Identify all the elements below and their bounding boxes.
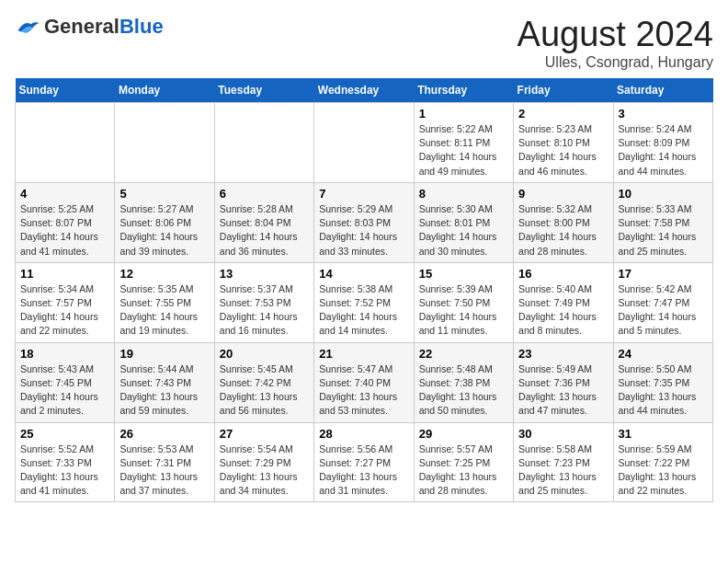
page-subtitle: Ulles, Csongrad, Hungary (518, 54, 713, 71)
day-info: Sunrise: 5:50 AM Sunset: 7:35 PM Dayligh… (619, 362, 708, 419)
day-number: 24 (619, 347, 708, 361)
day-info: Sunrise: 5:37 AM Sunset: 7:53 PM Dayligh… (220, 282, 309, 339)
day-info: Sunrise: 5:34 AM Sunset: 7:57 PM Dayligh… (20, 282, 109, 339)
day-number: 2 (518, 107, 608, 121)
day-info: Sunrise: 5:28 AM Sunset: 8:04 PM Dayligh… (220, 202, 309, 259)
day-number: 7 (319, 187, 408, 201)
table-row: 24Sunrise: 5:50 AM Sunset: 7:35 PM Dayli… (613, 342, 712, 422)
table-row: 15Sunrise: 5:39 AM Sunset: 7:50 PM Dayli… (414, 262, 513, 342)
day-info: Sunrise: 5:48 AM Sunset: 7:38 PM Dayligh… (419, 362, 508, 419)
day-info: Sunrise: 5:44 AM Sunset: 7:43 PM Dayligh… (119, 362, 209, 419)
day-number: 12 (119, 267, 209, 281)
logo: GeneralBlue (15, 15, 164, 39)
day-info: Sunrise: 5:32 AM Sunset: 8:00 PM Dayligh… (518, 202, 608, 259)
calendar-table: Sunday Monday Tuesday Wednesday Thursday… (15, 78, 713, 502)
day-number: 15 (419, 267, 508, 281)
table-row: 10Sunrise: 5:33 AM Sunset: 7:58 PM Dayli… (613, 182, 712, 262)
table-row: 27Sunrise: 5:54 AM Sunset: 7:29 PM Dayli… (214, 422, 313, 502)
day-info: Sunrise: 5:52 AM Sunset: 7:33 PM Dayligh… (20, 442, 109, 499)
table-row: 19Sunrise: 5:44 AM Sunset: 7:43 PM Dayli… (115, 342, 214, 422)
day-info: Sunrise: 5:53 AM Sunset: 7:31 PM Dayligh… (119, 442, 209, 499)
day-info: Sunrise: 5:23 AM Sunset: 8:10 PM Dayligh… (518, 122, 608, 178)
table-row: 6Sunrise: 5:28 AM Sunset: 8:04 PM Daylig… (214, 182, 313, 262)
table-row: 14Sunrise: 5:38 AM Sunset: 7:52 PM Dayli… (314, 262, 414, 342)
day-number: 28 (319, 427, 408, 441)
day-number: 18 (20, 347, 109, 361)
day-number: 23 (518, 347, 608, 361)
table-row: 29Sunrise: 5:57 AM Sunset: 7:25 PM Dayli… (414, 422, 513, 502)
col-thursday: Thursday (414, 78, 513, 103)
table-row: 21Sunrise: 5:47 AM Sunset: 7:40 PM Dayli… (314, 342, 414, 422)
day-number: 8 (419, 187, 508, 201)
calendar-week-row: 4Sunrise: 5:25 AM Sunset: 8:07 PM Daylig… (16, 182, 713, 262)
day-info: Sunrise: 5:59 AM Sunset: 7:22 PM Dayligh… (619, 442, 708, 499)
day-number: 3 (619, 107, 708, 121)
table-row: 30Sunrise: 5:58 AM Sunset: 7:23 PM Dayli… (514, 422, 613, 502)
day-number: 19 (119, 347, 209, 361)
table-row: 11Sunrise: 5:34 AM Sunset: 7:57 PM Dayli… (16, 262, 115, 342)
day-number: 17 (619, 267, 708, 281)
day-number: 9 (518, 187, 608, 201)
calendar-week-row: 1Sunrise: 5:22 AM Sunset: 8:11 PM Daylig… (16, 103, 713, 183)
day-number: 21 (319, 347, 408, 361)
col-tuesday: Tuesday (214, 78, 313, 103)
day-number: 22 (419, 347, 508, 361)
table-row: 5Sunrise: 5:27 AM Sunset: 8:06 PM Daylig… (115, 182, 214, 262)
col-wednesday: Wednesday (314, 78, 414, 103)
table-row: 2Sunrise: 5:23 AM Sunset: 8:10 PM Daylig… (514, 103, 613, 183)
day-info: Sunrise: 5:30 AM Sunset: 8:01 PM Dayligh… (419, 202, 508, 259)
day-info: Sunrise: 5:58 AM Sunset: 7:23 PM Dayligh… (518, 442, 608, 499)
table-row (214, 103, 313, 183)
day-number: 6 (220, 187, 309, 201)
table-row: 3Sunrise: 5:24 AM Sunset: 8:09 PM Daylig… (613, 103, 712, 183)
table-row (16, 103, 115, 183)
day-number: 1 (419, 107, 508, 121)
day-info: Sunrise: 5:22 AM Sunset: 8:11 PM Dayligh… (419, 122, 508, 178)
day-info: Sunrise: 5:35 AM Sunset: 7:55 PM Dayligh… (119, 282, 209, 339)
table-row: 4Sunrise: 5:25 AM Sunset: 8:07 PM Daylig… (16, 182, 115, 262)
day-number: 25 (20, 427, 109, 441)
logo-text: GeneralBlue (44, 15, 164, 39)
table-row (115, 103, 214, 183)
col-saturday: Saturday (613, 78, 712, 103)
table-row (314, 103, 414, 183)
table-row: 26Sunrise: 5:53 AM Sunset: 7:31 PM Dayli… (115, 422, 214, 502)
table-row: 25Sunrise: 5:52 AM Sunset: 7:33 PM Dayli… (16, 422, 115, 502)
day-info: Sunrise: 5:54 AM Sunset: 7:29 PM Dayligh… (220, 442, 309, 499)
day-number: 11 (20, 267, 109, 281)
day-info: Sunrise: 5:39 AM Sunset: 7:50 PM Dayligh… (419, 282, 508, 339)
day-number: 27 (220, 427, 309, 441)
table-row: 7Sunrise: 5:29 AM Sunset: 8:03 PM Daylig… (314, 182, 414, 262)
day-number: 30 (518, 427, 608, 441)
calendar-week-row: 25Sunrise: 5:52 AM Sunset: 7:33 PM Dayli… (16, 422, 713, 502)
day-info: Sunrise: 5:38 AM Sunset: 7:52 PM Dayligh… (319, 282, 408, 339)
day-number: 13 (220, 267, 309, 281)
day-info: Sunrise: 5:47 AM Sunset: 7:40 PM Dayligh… (319, 362, 408, 419)
table-row: 13Sunrise: 5:37 AM Sunset: 7:53 PM Dayli… (214, 262, 313, 342)
calendar-header-row: Sunday Monday Tuesday Wednesday Thursday… (16, 78, 713, 103)
day-info: Sunrise: 5:57 AM Sunset: 7:25 PM Dayligh… (419, 442, 508, 499)
day-number: 29 (419, 427, 508, 441)
col-friday: Friday (514, 78, 613, 103)
day-info: Sunrise: 5:27 AM Sunset: 8:06 PM Dayligh… (119, 202, 209, 259)
day-info: Sunrise: 5:24 AM Sunset: 8:09 PM Dayligh… (619, 122, 708, 178)
title-area: August 2024 Ulles, Csongrad, Hungary (518, 15, 713, 71)
day-info: Sunrise: 5:45 AM Sunset: 7:42 PM Dayligh… (220, 362, 309, 419)
table-row: 17Sunrise: 5:42 AM Sunset: 7:47 PM Dayli… (613, 262, 712, 342)
table-row: 16Sunrise: 5:40 AM Sunset: 7:49 PM Dayli… (514, 262, 613, 342)
table-row: 31Sunrise: 5:59 AM Sunset: 7:22 PM Dayli… (613, 422, 712, 502)
table-row: 28Sunrise: 5:56 AM Sunset: 7:27 PM Dayli… (314, 422, 414, 502)
table-row: 9Sunrise: 5:32 AM Sunset: 8:00 PM Daylig… (514, 182, 613, 262)
table-row: 20Sunrise: 5:45 AM Sunset: 7:42 PM Dayli… (214, 342, 313, 422)
calendar-week-row: 18Sunrise: 5:43 AM Sunset: 7:45 PM Dayli… (16, 342, 713, 422)
col-monday: Monday (115, 78, 214, 103)
table-row: 12Sunrise: 5:35 AM Sunset: 7:55 PM Dayli… (115, 262, 214, 342)
day-info: Sunrise: 5:29 AM Sunset: 8:03 PM Dayligh… (319, 202, 408, 259)
day-info: Sunrise: 5:56 AM Sunset: 7:27 PM Dayligh… (319, 442, 408, 499)
table-row: 8Sunrise: 5:30 AM Sunset: 8:01 PM Daylig… (414, 182, 513, 262)
day-info: Sunrise: 5:42 AM Sunset: 7:47 PM Dayligh… (619, 282, 708, 339)
day-number: 4 (20, 187, 109, 201)
day-info: Sunrise: 5:33 AM Sunset: 7:58 PM Dayligh… (619, 202, 708, 259)
header: GeneralBlue August 2024 Ulles, Csongrad,… (15, 15, 713, 71)
day-number: 31 (619, 427, 708, 441)
